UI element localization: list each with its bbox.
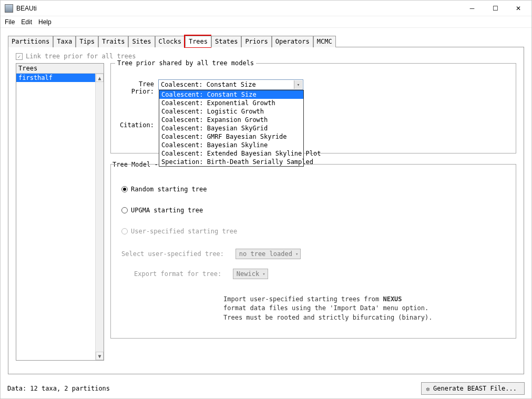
import-help-text: Import user-specified starting trees fro… (223, 295, 508, 322)
dropdown-option[interactable]: Coalescent: Logistic Growth (159, 107, 303, 116)
tree-model-fieldset: Random starting tree UPGMA starting tree… (110, 164, 516, 339)
tree-prior-dropdown[interactable]: Coalescent: Constant Size Coalescent: Ex… (159, 90, 304, 167)
trees-list-scrollbar[interactable]: ▲ ▼ (95, 74, 104, 360)
tree-prior-legend: Tree prior shared by all tree models (115, 59, 256, 67)
user-starting-tree-radio (121, 228, 128, 234)
dropdown-option[interactable]: Coalescent: Expansion Growth (159, 116, 303, 124)
help-line-1-bold: NEXUS (383, 295, 402, 303)
tab-priors[interactable]: Priors (241, 36, 271, 47)
app-icon (5, 4, 13, 13)
chevron-down-icon: ▾ (262, 271, 265, 277)
trees-list-pane: Trees firsthalf ▲ ▼ (16, 63, 104, 361)
menu-file[interactable]: File (3, 17, 17, 27)
status-text: Data: 12 taxa, 2 partitions (7, 385, 110, 392)
maximize-button[interactable]: ☐ (488, 5, 502, 12)
random-starting-tree-label: Random starting tree (131, 186, 207, 193)
export-format-value: Newick (237, 270, 259, 278)
tab-mcmc[interactable]: MCMC (313, 36, 336, 47)
link-tree-prior-row: ✓ Link tree prior for all trees (16, 53, 516, 60)
chevron-down-icon: ▾ (294, 80, 302, 89)
random-starting-tree-radio[interactable] (121, 186, 128, 192)
help-line-3: Trees must be rooted and strictly bifurc… (223, 314, 432, 321)
scroll-up-icon[interactable]: ▲ (96, 74, 104, 82)
link-tree-prior-checkbox[interactable]: ✓ (16, 53, 23, 60)
trees-list[interactable]: firsthalf ▲ ▼ (16, 74, 104, 360)
minimize-button[interactable]: ─ (465, 5, 479, 12)
tab-operators[interactable]: Operators (272, 36, 313, 47)
export-format-combo: Newick ▾ (233, 269, 268, 279)
content-pane: ✓ Link tree prior for all trees Trees fi… (8, 47, 524, 374)
menu-bar: File Edit Help (1, 16, 531, 28)
tab-bar: Partitions Taxa Tips Traits Sites Clocks… (8, 35, 524, 47)
title-bar: BEAUti ─ ☐ ✕ (1, 1, 531, 16)
trees-list-item[interactable]: firsthalf (16, 74, 104, 82)
tab-tips[interactable]: Tips (76, 36, 98, 47)
dropdown-option[interactable]: Speciation: Birth-Death Serially Sampled (159, 158, 303, 166)
generate-beast-file-button[interactable]: ✲ Generate BEAST File... (421, 382, 525, 395)
tab-states[interactable]: States (211, 36, 241, 47)
gear-icon: ✲ (426, 385, 430, 393)
help-line-1-prefix: Import user-specified starting trees fro… (223, 295, 383, 303)
select-user-tree-combo: no tree loaded ▾ (236, 249, 301, 259)
scroll-down-icon[interactable]: ▼ (96, 352, 104, 360)
tab-trees[interactable]: Trees (185, 36, 211, 47)
export-format-label: Export format for tree: (134, 270, 221, 278)
upgma-starting-tree-radio[interactable] (121, 207, 128, 213)
tree-prior-label: Tree Prior: (118, 79, 158, 95)
link-tree-prior-label: Link tree prior for all trees (26, 53, 136, 60)
dropdown-option[interactable]: Coalescent: Exponential Growth (159, 99, 303, 107)
select-user-tree-value: no tree loaded (239, 250, 292, 258)
trees-list-header: Trees (16, 64, 104, 74)
upgma-starting-tree-row[interactable]: UPGMA starting tree (121, 207, 508, 214)
select-user-tree-label: Select user-specified tree: (121, 250, 224, 258)
menu-help[interactable]: Help (36, 17, 54, 27)
tab-sites[interactable]: Sites (128, 36, 155, 47)
dropdown-option[interactable]: Coalescent: Extended Bayesian Skyline Pl… (159, 149, 303, 158)
citation-label: Citation: (118, 120, 158, 129)
tree-prior-fieldset: Tree prior shared by all tree models Tre… (110, 63, 516, 154)
right-pane: Tree prior shared by all tree models Tre… (110, 63, 516, 361)
tab-taxa[interactable]: Taxa (53, 36, 76, 47)
user-starting-tree-label: User-specified starting tree (131, 228, 237, 235)
dropdown-option[interactable]: Coalescent: Bayesian Skyline (159, 141, 303, 149)
upgma-starting-tree-label: UPGMA starting tree (131, 207, 203, 214)
generate-beast-file-label: Generate BEAST File... (433, 385, 517, 392)
dropdown-option[interactable]: Coalescent: GMRF Bayesian Skyride (159, 132, 303, 141)
help-line-2: format data files using the 'Import Data… (223, 304, 428, 312)
dropdown-option[interactable]: Coalescent: Constant Size (159, 90, 303, 99)
status-bar: Data: 12 taxa, 2 partitions ✲ Generate B… (7, 382, 525, 395)
window-title: BEAUti (16, 5, 465, 12)
user-starting-tree-row: User-specified starting tree (121, 228, 508, 235)
tab-traits[interactable]: Traits (98, 36, 128, 47)
random-starting-tree-row[interactable]: Random starting tree (121, 186, 508, 193)
dropdown-option[interactable]: Coalescent: Bayesian SkyGrid (159, 124, 303, 132)
tree-prior-value: Coalescent: Constant Size (161, 81, 256, 88)
chevron-down-icon: ▾ (295, 251, 298, 257)
menu-edit[interactable]: Edit (19, 17, 34, 27)
tab-clocks[interactable]: Clocks (155, 36, 185, 47)
close-button[interactable]: ✕ (511, 5, 525, 12)
tree-prior-combo[interactable]: Coalescent: Constant Size ▾ Coalescent: … (158, 79, 303, 90)
tab-partitions[interactable]: Partitions (8, 36, 53, 47)
